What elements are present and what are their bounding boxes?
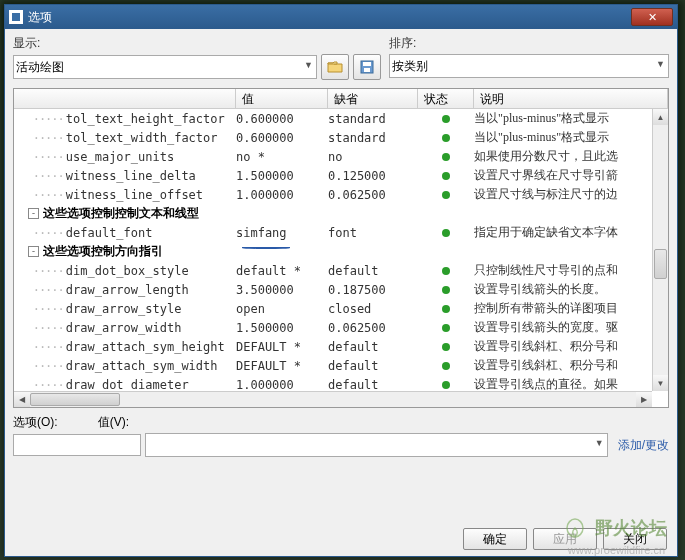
options-dialog: 选项 ✕ 显示: 排序: bbox=[4, 4, 678, 557]
simfang-underline bbox=[242, 247, 290, 249]
status-dot-icon bbox=[442, 115, 450, 123]
status-dot-icon bbox=[442, 191, 450, 199]
column-headers: 值 缺省 状态 说明 bbox=[14, 89, 668, 109]
apply-button[interactable]: 应用 bbox=[533, 528, 597, 550]
value-field-label: 值(V): bbox=[98, 414, 129, 431]
option-row[interactable]: ·····default_fontsimfangfont指定用于确定缺省文本字体 bbox=[14, 223, 652, 242]
status-dot-icon bbox=[442, 267, 450, 275]
option-row[interactable]: ·····draw_arrow_width1.5000000.062500设置导… bbox=[14, 318, 652, 337]
option-row[interactable]: ·····dim_dot_box_styledefault *default只控… bbox=[14, 261, 652, 280]
option-input[interactable] bbox=[13, 434, 141, 456]
save-button[interactable] bbox=[353, 54, 381, 80]
option-row[interactable]: ·····draw_attach_sym_widthDEFAULT *defau… bbox=[14, 356, 652, 375]
group-row[interactable]: -这些选项控制方向指引 bbox=[14, 242, 652, 261]
status-dot-icon bbox=[442, 153, 450, 161]
status-dot-icon bbox=[442, 324, 450, 332]
scroll-up-button[interactable]: ▲ bbox=[653, 109, 668, 125]
sort-label: 排序: bbox=[389, 35, 669, 52]
show-label: 显示: bbox=[13, 35, 381, 52]
option-row[interactable]: ·····witness_line_delta1.5000000.125000设… bbox=[14, 166, 652, 185]
group-row[interactable]: -这些选项控制控制文本和线型 bbox=[14, 204, 652, 223]
options-list: 值 缺省 状态 说明 ·····tol_text_height_factor0.… bbox=[13, 88, 669, 408]
status-dot-icon bbox=[442, 343, 450, 351]
horizontal-scrollbar[interactable]: ◀ ▶ bbox=[14, 391, 652, 407]
option-row[interactable]: ·····draw_dot_diameter1.000000default设置导… bbox=[14, 375, 652, 391]
svg-rect-2 bbox=[363, 62, 371, 66]
titlebar: 选项 ✕ bbox=[5, 5, 677, 29]
option-row[interactable]: ·····tol_text_width_factor0.600000standa… bbox=[14, 128, 652, 147]
option-row[interactable]: ·····draw_arrow_styleopenclosed控制所有带箭头的详… bbox=[14, 299, 652, 318]
header-default[interactable]: 缺省 bbox=[328, 89, 418, 108]
svg-rect-0 bbox=[12, 13, 20, 21]
status-dot-icon bbox=[442, 286, 450, 294]
header-desc[interactable]: 说明 bbox=[474, 89, 668, 108]
scroll-left-button[interactable]: ◀ bbox=[14, 392, 30, 407]
vertical-scrollbar[interactable]: ▲ ▼ bbox=[652, 109, 668, 391]
open-folder-button[interactable] bbox=[321, 54, 349, 80]
window-title: 选项 bbox=[28, 9, 52, 26]
show-select[interactable] bbox=[13, 55, 317, 79]
header-status[interactable]: 状态 bbox=[418, 89, 474, 108]
status-dot-icon bbox=[442, 305, 450, 313]
status-dot-icon bbox=[442, 134, 450, 142]
option-row[interactable]: ·····draw_arrow_length3.5000000.187500设置… bbox=[14, 280, 652, 299]
status-dot-icon bbox=[442, 172, 450, 180]
status-dot-icon bbox=[442, 381, 450, 389]
option-row[interactable]: ·····tol_text_height_factor0.600000stand… bbox=[14, 109, 652, 128]
option-row[interactable]: ·····witness_line_offset1.0000000.062500… bbox=[14, 185, 652, 204]
option-field-label: 选项(O): bbox=[13, 414, 58, 431]
svg-rect-3 bbox=[364, 68, 370, 72]
option-row[interactable]: ·····use_major_unitsno *no如果使用分数尺寸，且此选 bbox=[14, 147, 652, 166]
sort-select[interactable] bbox=[389, 54, 669, 78]
expander-icon[interactable]: - bbox=[28, 246, 39, 257]
header-name[interactable] bbox=[14, 89, 236, 108]
app-icon bbox=[9, 10, 23, 24]
close-button[interactable]: ✕ bbox=[631, 8, 673, 26]
option-row[interactable]: ·····draw_attach_sym_heightDEFAULT *defa… bbox=[14, 337, 652, 356]
status-dot-icon bbox=[442, 229, 450, 237]
expander-icon[interactable]: - bbox=[28, 208, 39, 219]
close-dialog-button[interactable]: 关闭 bbox=[603, 528, 667, 550]
scroll-right-button[interactable]: ▶ bbox=[636, 392, 652, 407]
scroll-down-button[interactable]: ▼ bbox=[653, 375, 668, 391]
hscroll-thumb[interactable] bbox=[30, 393, 120, 406]
status-dot-icon bbox=[442, 362, 450, 370]
vscroll-thumb[interactable] bbox=[654, 249, 667, 279]
header-value[interactable]: 值 bbox=[236, 89, 328, 108]
add-change-link[interactable]: 添加/更改 bbox=[618, 437, 669, 454]
value-input[interactable] bbox=[145, 433, 608, 457]
ok-button[interactable]: 确定 bbox=[463, 528, 527, 550]
